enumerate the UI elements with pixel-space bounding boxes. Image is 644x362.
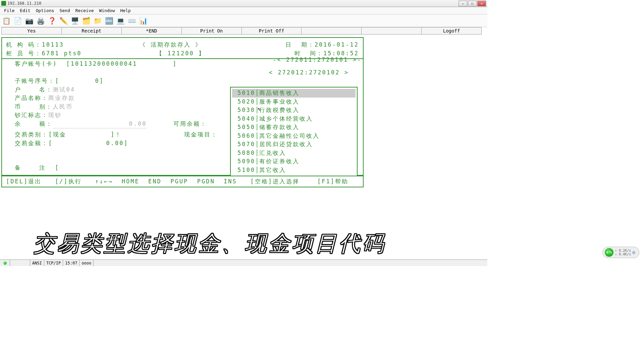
menu-window[interactable]: Window: [97, 7, 118, 14]
menu-help[interactable]: Help: [118, 7, 133, 14]
txn-amount-value[interactable]: [ 0.00]: [48, 140, 128, 146]
cash-item-popup: 5010│商品销售收入 5020│服务事业收入 5030│行政税费收入 5040…: [230, 87, 358, 176]
minimize-button[interactable]: —: [459, 1, 467, 6]
product-label: 产品名称：: [15, 95, 48, 101]
cash-item-label: 现金项目：: [184, 131, 218, 138]
toolbar: 📋 📄 📷 🖨️ ❓ ✏️ 🖥️ 🗂️ 📁 🔤 💻 ⌨️ 📊: [0, 14, 487, 27]
maximize-button[interactable]: ▢: [468, 1, 477, 6]
terminal-icon[interactable]: 🖥️: [70, 16, 80, 26]
txn-type-label: 交易类别：: [15, 131, 48, 138]
pen-icon[interactable]: ✏️: [58, 16, 68, 26]
popup-row[interactable]: 5040│城乡个体经营收入: [232, 115, 356, 123]
font-abc-icon[interactable]: 🔤: [104, 16, 114, 26]
remark-value[interactable]: [: [55, 164, 59, 171]
popup-label: 居民归还贷款收入: [259, 140, 354, 149]
menu-send[interactable]: Send: [57, 7, 72, 14]
print-icon[interactable]: 🖨️: [36, 16, 46, 26]
folder-icon[interactable]: 📁: [93, 16, 103, 26]
tray-widget[interactable]: 47% ↑ 0.2K/s ↓ 0.4K/s ⚙: [602, 247, 639, 258]
menu-edit[interactable]: Edit: [17, 7, 33, 14]
org-code-value: 10113: [42, 41, 64, 48]
acct-name-label: 户 名：: [15, 86, 53, 93]
popup-label: 商品销售收入: [259, 89, 354, 98]
seq-2: < 272012:2720102 >: [269, 68, 349, 77]
monitor-icon[interactable]: 💻: [115, 16, 125, 26]
action-receipt[interactable]: Receipt: [62, 27, 122, 34]
popup-label: 行政税费收入: [259, 106, 354, 115]
popup-row[interactable]: 5090│有价证券收入: [232, 157, 356, 166]
action-print-on[interactable]: Print On: [182, 27, 242, 34]
popup-row[interactable]: 5080│汇兑收入: [232, 149, 356, 158]
chart-icon[interactable]: 📊: [138, 16, 148, 26]
popup-code: 5060: [233, 132, 255, 140]
popup-code: 5020: [233, 98, 255, 106]
action-print-off[interactable]: Print Off: [242, 27, 302, 34]
popup-label: 储蓄存款收入: [259, 123, 354, 132]
terminal-hints: [DEL]退出 [/]执行 ↑↓←→ HOME END PGUP PGDN IN…: [1, 176, 364, 187]
keyboard-icon[interactable]: ⌨️: [127, 16, 137, 26]
org-code-label: 机 构 码：: [6, 41, 42, 48]
cash-flag-label: 钞汇标志：: [15, 112, 48, 118]
action-end[interactable]: *END: [122, 27, 182, 34]
popup-label: 服务事业收入: [259, 98, 354, 106]
remark-label: 备 注: [15, 164, 46, 171]
customer-acct-value[interactable]: [101132000000041 ]: [66, 60, 177, 67]
tree-icon[interactable]: 🗂️: [81, 16, 91, 26]
txn-type-value[interactable]: [现金 ]！: [48, 131, 122, 138]
popup-code: 5070: [233, 140, 255, 149]
popup-row[interactable]: 5070│居民归还贷款收入: [232, 140, 356, 149]
popup-row[interactable]: 5060│其它金融性公司收入: [232, 132, 356, 140]
tray-up: ↑ 0.2K/s: [615, 249, 631, 252]
action-blank2[interactable]: [362, 27, 422, 34]
seq-1: -< 272011:2720101 >-: [273, 56, 362, 64]
app-icon: [1, 1, 6, 6]
menu-options[interactable]: Options: [33, 7, 57, 14]
txn-code: 【 121200 】: [156, 49, 205, 58]
popup-row[interactable]: 5030│行政税费收入: [232, 106, 356, 115]
teller-value: 6781 pts0: [42, 50, 82, 57]
action-blank1[interactable]: [302, 27, 362, 34]
tray-percent: 47%: [605, 248, 613, 257]
status-proto: TCP/IP: [44, 260, 63, 266]
window-title: 192.168.11.210: [7, 1, 459, 6]
sub-acct-label: 子账号序号：: [15, 77, 55, 84]
txn-title: 《 活期存款存入 》: [140, 41, 202, 49]
popup-code: 5030: [233, 106, 255, 115]
subtitle-caption: 交易类型选择现金、现金项目代码: [34, 229, 386, 258]
menu-file[interactable]: File: [1, 7, 17, 14]
action-logoff[interactable]: Logoff: [422, 27, 481, 34]
balance-value: 0.00: [53, 120, 147, 129]
balance-label: 余 额：: [15, 120, 53, 127]
date-label: 日 期：: [285, 41, 314, 48]
window-controls: — ▢ ✕: [459, 1, 486, 6]
tray-down: ↓ 0.4K/s: [615, 252, 631, 256]
copy-icon[interactable]: 📋: [1, 16, 11, 26]
tray-gear-icon[interactable]: ⚙: [632, 250, 635, 255]
popup-row[interactable]: 5100│其它收入: [232, 166, 356, 175]
paste-icon[interactable]: 📄: [13, 16, 23, 26]
connection-led-icon: [3, 261, 7, 265]
help-icon[interactable]: ❓: [47, 16, 57, 26]
action-yes[interactable]: Yes: [2, 27, 62, 34]
sub-acct-value[interactable]: [ 0]: [55, 77, 104, 84]
close-button[interactable]: ✕: [477, 1, 486, 6]
customer-acct-label: 客户账号(卡): [15, 60, 57, 67]
status-mode: ANSI: [30, 260, 44, 266]
popup-row[interactable]: 5010│商品销售收入: [232, 89, 356, 98]
window-titlebar: 192.168.11.210 — ▢ ✕: [0, 0, 487, 7]
popup-label: 汇兑收入: [259, 149, 354, 158]
popup-code: 5090: [233, 157, 255, 166]
camera-icon[interactable]: 📷: [24, 16, 34, 26]
cash-flag-value: 现钞: [48, 112, 62, 118]
popup-row[interactable]: 5050│储蓄存款收入: [232, 123, 356, 132]
menu-receive[interactable]: Receive: [73, 7, 97, 14]
available-balance-label: 可用余额：: [173, 120, 207, 127]
acct-name-value: 测试04: [53, 86, 75, 93]
popup-label: 城乡个体经营收入: [259, 115, 354, 123]
popup-label: 有价证券收入: [259, 157, 354, 166]
teller-label: 柜 员 号：: [6, 50, 42, 57]
popup-code: 5010: [233, 89, 255, 98]
status-bar: ANSI TCP/IP 15:07 oooo: [0, 259, 487, 266]
date-value: 2016-01-12: [315, 41, 359, 48]
popup-row[interactable]: 5020│服务事业收入: [232, 98, 356, 106]
